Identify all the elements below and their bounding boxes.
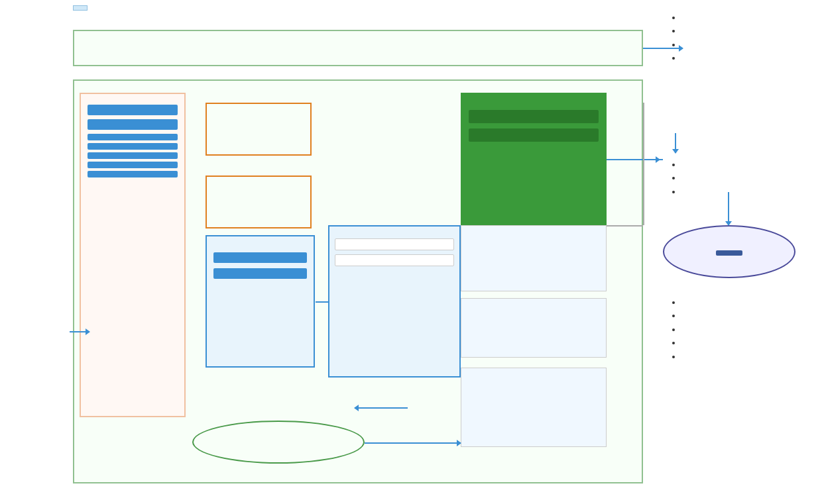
entry-number-box bbox=[88, 143, 178, 150]
major-compaction bbox=[335, 238, 454, 250]
adding-list bbox=[670, 295, 819, 363]
indexfile-text bbox=[461, 368, 606, 379]
adding-item-1 bbox=[681, 295, 819, 309]
api-item-1 bbox=[681, 158, 815, 171]
tools-list bbox=[670, 11, 815, 65]
legers-panel bbox=[80, 93, 186, 417]
entry-box-2 bbox=[88, 119, 178, 130]
arrow-api-zookeeper bbox=[728, 192, 729, 225]
tools-item-4 bbox=[681, 51, 815, 64]
flat-ledger bbox=[469, 128, 599, 142]
hierarchical-ledger bbox=[469, 110, 599, 123]
url-bar bbox=[73, 5, 88, 11]
adding-item-2 bbox=[681, 309, 819, 322]
compaction-box bbox=[328, 225, 461, 378]
compaction-title bbox=[329, 227, 459, 234]
adding-entries-section bbox=[670, 291, 819, 363]
entrylogs-box bbox=[461, 298, 607, 358]
last-confirmed-box bbox=[88, 152, 178, 159]
legers-mid-1 bbox=[206, 103, 312, 156]
legers-panel-title bbox=[81, 94, 184, 101]
auth-code-box bbox=[88, 171, 178, 177]
adding-item-5 bbox=[681, 350, 819, 363]
entrylogs-text bbox=[461, 299, 606, 309]
ledger-manager-box bbox=[461, 93, 607, 225]
tools-item-3 bbox=[681, 38, 815, 51]
ledger-cache-ellipse bbox=[192, 421, 365, 464]
adding-item-4 bbox=[681, 336, 819, 349]
prometheus-box bbox=[213, 268, 307, 279]
legers-mid-2-title bbox=[207, 177, 310, 182]
api-section bbox=[670, 129, 815, 198]
arrow-lm-zk bbox=[643, 159, 663, 160]
entry-box-1 bbox=[88, 105, 178, 115]
line-bookie-journals bbox=[643, 103, 644, 225]
codahale-box bbox=[213, 252, 307, 263]
legers-mid-1-title bbox=[207, 104, 310, 109]
tools-item-2 bbox=[681, 24, 815, 37]
zookeeper-ellipse bbox=[663, 225, 795, 278]
minor-compaction bbox=[335, 254, 454, 266]
line-journals-h bbox=[607, 225, 643, 227]
api-list bbox=[670, 158, 815, 198]
journals-text bbox=[461, 226, 606, 239]
adding-item-3 bbox=[681, 323, 819, 336]
api-item-2 bbox=[681, 171, 815, 184]
arrow-cache-right bbox=[365, 442, 461, 444]
ledger-manager-title bbox=[461, 93, 607, 105]
tools-item-1 bbox=[681, 11, 815, 24]
data-box bbox=[88, 162, 178, 168]
indexfile-box bbox=[461, 368, 607, 447]
arrow-api-down bbox=[675, 133, 676, 153]
annotation-arrow bbox=[70, 331, 89, 332]
arrow-stats-compaction bbox=[316, 301, 329, 303]
tools-section bbox=[670, 7, 815, 65]
api-item-3 bbox=[681, 185, 815, 198]
bookie-outer-box bbox=[73, 30, 643, 66]
journals-box bbox=[461, 225, 607, 291]
zookeeper-metadata bbox=[716, 250, 742, 256]
stats-box bbox=[206, 235, 315, 368]
arrow-indexfile-left bbox=[355, 407, 408, 409]
stats-title bbox=[207, 236, 314, 247]
legers-mid-2 bbox=[206, 176, 312, 228]
ledger-number-box bbox=[88, 134, 178, 140]
